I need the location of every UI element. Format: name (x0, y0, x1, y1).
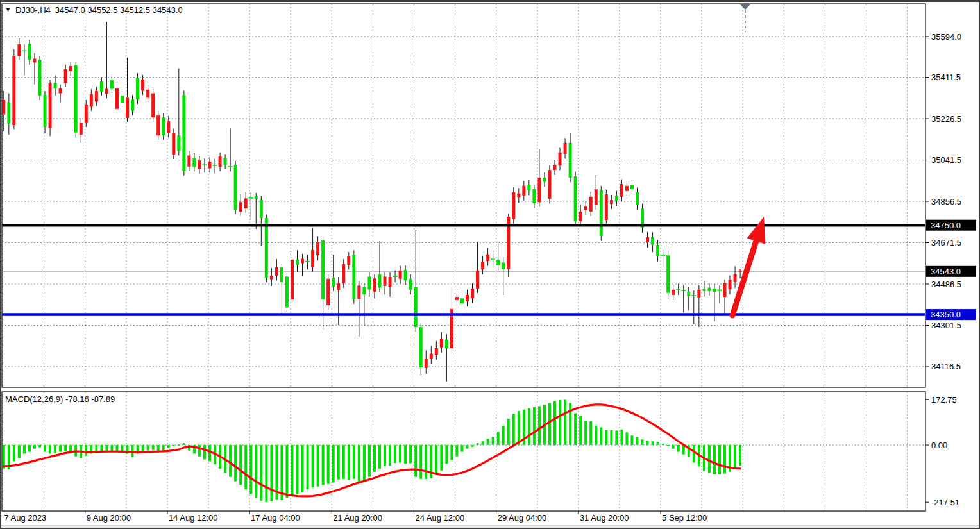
candle-body (291, 260, 294, 299)
macd-histogram-bar (502, 426, 505, 445)
candle-body (28, 44, 31, 60)
macd-histogram-bar (419, 445, 422, 479)
macd-histogram-bar (85, 445, 87, 456)
macd-histogram-bar (440, 445, 443, 471)
candle-body (579, 212, 582, 221)
candle-body (636, 192, 639, 205)
macd-histogram-bar (713, 445, 716, 474)
candle-body (234, 165, 237, 210)
candle-body (440, 339, 443, 348)
time-axis-label: 14 Aug 12:00 (169, 513, 218, 523)
macd-axis-label: 0.00 (931, 441, 947, 450)
macd-histogram-bar (389, 445, 391, 466)
candle-body (672, 290, 675, 295)
candle-body (425, 359, 428, 368)
candle-body (17, 44, 21, 56)
macd-histogram-bar (528, 408, 530, 445)
candle-body (64, 69, 67, 83)
candle-body (44, 95, 47, 127)
candle-body (502, 262, 505, 269)
macd-histogram-bar (667, 445, 670, 446)
candle-body (476, 271, 479, 289)
candle-body (512, 192, 515, 219)
macd-histogram-bar (636, 437, 638, 445)
candle-body (605, 194, 608, 220)
candle-body (496, 260, 500, 265)
macd-histogram-bar (657, 442, 659, 445)
candle-body (126, 98, 129, 118)
candle-body (342, 264, 345, 283)
macd-histogram-bar (23, 445, 26, 454)
macd-histogram-bar (105, 445, 108, 451)
macd-histogram-bar (466, 445, 469, 449)
border-top (0, 0, 980, 2)
macd-histogram-bar (239, 445, 242, 485)
candle-body (661, 255, 665, 256)
macd-histogram-bar (3, 445, 5, 469)
candle-body (167, 121, 170, 133)
candle-body (681, 290, 686, 291)
macd-histogram-bar (646, 441, 649, 445)
macd-histogram-bar (18, 445, 21, 458)
candle-body (702, 289, 705, 291)
macd-histogram-bar (425, 445, 427, 479)
candle-body (12, 56, 15, 125)
candle-body (85, 105, 88, 123)
macd-histogram-bar (471, 445, 474, 447)
macd-histogram-bar (492, 437, 494, 445)
chart-canvas[interactable]: 35594.035411.535226.535041.534856.534671… (0, 0, 980, 529)
macd-histogram-bar (548, 403, 551, 445)
candle-body (275, 267, 278, 276)
candle-body (260, 200, 263, 218)
candle-body (22, 51, 26, 52)
price-axis-label: 34671.5 (931, 238, 961, 248)
macd-histogram-bar (229, 445, 232, 477)
candle-body (707, 288, 711, 291)
trading-chart-window: 35594.035411.535226.535041.534856.534671… (0, 0, 980, 529)
macd-histogram-bar (414, 445, 417, 477)
candle-body (296, 260, 299, 265)
candle-body (362, 287, 366, 294)
macd-histogram-bar (147, 445, 149, 451)
macd-histogram-bar (615, 430, 618, 445)
candle-body (110, 80, 114, 89)
candle-body (80, 123, 83, 135)
time-axis-label: 9 Aug 20:00 (87, 513, 131, 523)
candle-body (90, 94, 93, 107)
candle-body (373, 278, 376, 292)
macd-histogram-bar (409, 445, 412, 463)
macd-histogram-bar (723, 445, 726, 474)
macd-histogram-bar (115, 445, 118, 451)
candle-body (553, 165, 557, 170)
macd-histogram-bar (59, 445, 62, 452)
candle-body (270, 276, 273, 280)
candle-body (384, 276, 387, 286)
candle-body (192, 158, 196, 167)
candle-body (146, 90, 149, 98)
macd-histogram-bar (507, 419, 510, 445)
candle-body (213, 165, 217, 166)
candle-body (2, 100, 5, 115)
macd-histogram-bar (384, 445, 386, 466)
macd-histogram-bar (64, 445, 67, 451)
macd-histogram-bar (482, 441, 484, 445)
macd-histogram-bar (38, 445, 41, 448)
macd-histogram-bar (337, 445, 340, 480)
macd-histogram-bar (569, 403, 571, 445)
macd-histogram-bar (280, 445, 283, 500)
candle-body (651, 237, 654, 245)
macd-histogram-bar (718, 445, 721, 474)
candle-body (131, 99, 134, 110)
macd-histogram-bar (244, 445, 247, 489)
candle-body (399, 271, 402, 279)
candle-body (574, 176, 577, 221)
candle-body (532, 189, 536, 203)
ohlc-values: 34547.0 34552.5 34512.5 34543.0 (55, 5, 183, 15)
candle-body (522, 186, 525, 196)
macd-histogram-bar (574, 413, 577, 445)
macd-histogram-bar (162, 445, 165, 451)
symbol-dropdown-icon[interactable]: ▼ (5, 7, 11, 13)
macd-histogram-bar (734, 445, 736, 469)
candle-body (357, 285, 360, 299)
macd-histogram-bar (358, 445, 360, 482)
